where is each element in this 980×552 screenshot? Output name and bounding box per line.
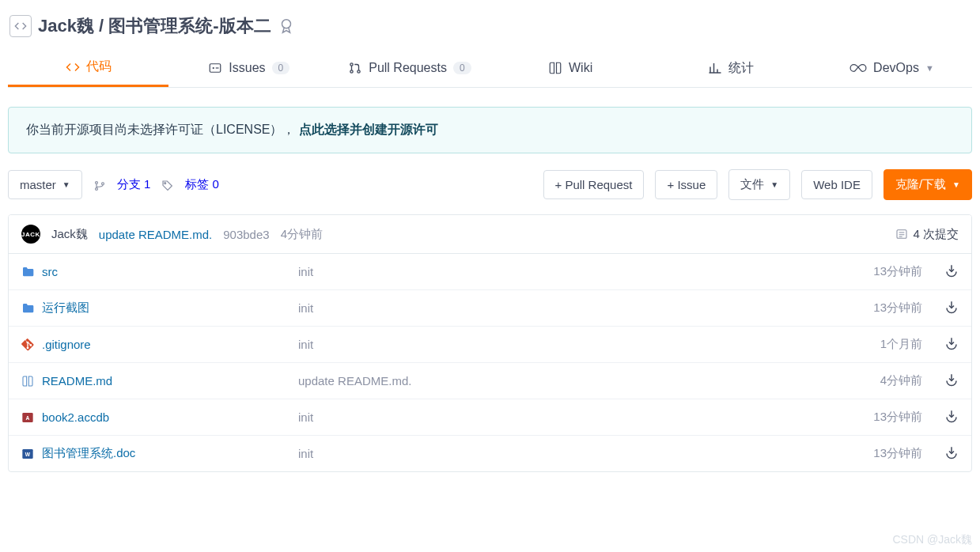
tag-icon — [161, 177, 174, 191]
new-issue-button[interactable]: + Issue — [655, 170, 717, 199]
table-row: 运行截图init13分钟前 — [9, 290, 971, 327]
download-icon[interactable] — [936, 300, 959, 316]
commit-sha[interactable]: 903bde3 — [223, 228, 269, 241]
table-row: README.mdupdate README.md.4分钟前 — [9, 363, 971, 399]
file-name[interactable]: 图书管理系统.doc — [42, 446, 135, 461]
medal-icon[interactable] — [278, 17, 295, 35]
issues-count-badge: 0 — [272, 62, 290, 74]
svg-point-6 — [358, 70, 360, 73]
readme-icon — [21, 375, 34, 388]
files-menu-label: 文件 — [740, 177, 764, 192]
table-row: srcinit13分钟前 — [9, 254, 971, 290]
table-row: Abook2.accdbinit13分钟前 — [9, 399, 971, 436]
clone-download-button[interactable]: 克隆/下载 ▼ — [884, 169, 972, 200]
svg-text:A: A — [26, 414, 30, 420]
svg-text:W: W — [25, 451, 31, 456]
file-name-cell[interactable]: Abook2.accdb — [21, 410, 298, 424]
file-commit-msg[interactable]: init — [298, 301, 826, 315]
tab-code-label: 代码 — [86, 59, 112, 75]
file-name-cell[interactable]: W图书管理系统.doc — [21, 446, 298, 461]
repo-type-icon — [9, 15, 32, 37]
download-icon[interactable] — [936, 445, 959, 462]
commit-message-link[interactable]: update README.md. — [99, 228, 212, 241]
tab-stats-label: 统计 — [728, 60, 754, 77]
file-name[interactable]: src — [42, 265, 58, 278]
branch-selector[interactable]: master ▼ — [8, 170, 82, 199]
repo-name[interactable]: 图书管理系统-版本二 — [108, 16, 271, 36]
file-name-cell[interactable]: 运行截图 — [21, 301, 298, 316]
pr-count-badge: 0 — [453, 62, 471, 74]
file-commit-msg[interactable]: init — [298, 338, 826, 351]
avatar[interactable]: JACK — [21, 225, 40, 244]
branch-meta: 分支 1 标签 0 — [93, 177, 219, 192]
tab-issues[interactable]: Issues 0 — [168, 49, 329, 87]
clone-label: 克隆/下载 — [895, 177, 946, 192]
svg-point-2 — [213, 67, 214, 69]
repo-title[interactable]: Jack魏 / 图书管理系统-版本二 — [38, 14, 271, 38]
file-commit-msg[interactable]: update README.md. — [298, 374, 826, 388]
file-name[interactable]: README.md — [42, 374, 112, 388]
file-time: 1个月前 — [826, 337, 936, 352]
new-pr-button[interactable]: + Pull Request — [543, 170, 645, 199]
notice-prefix: 你当前开源项目尚未选择许可证（LICENSE）， — [26, 123, 295, 136]
file-time: 13分钟前 — [826, 410, 936, 425]
file-name[interactable]: book2.accdb — [42, 410, 109, 424]
caret-down-icon: ▼ — [62, 180, 70, 189]
commits-count-link[interactable]: 4 次提交 — [895, 227, 959, 242]
create-license-link[interactable]: 点此选择并创建开源许可 — [299, 123, 438, 136]
tab-stats[interactable]: 统计 — [651, 49, 812, 87]
caret-down-icon: ▼ — [770, 180, 778, 189]
web-ide-button[interactable]: Web IDE — [801, 170, 872, 199]
branch-icon — [93, 177, 106, 191]
repo-header: Jack魏 / 图书管理系统-版本二 — [8, 8, 972, 49]
tags-link[interactable]: 标签 0 — [185, 177, 219, 192]
repo-separator: / — [99, 16, 104, 36]
tab-wiki-label: Wiki — [569, 61, 592, 75]
commit-author[interactable]: Jack魏 — [51, 227, 88, 242]
tab-pull-requests[interactable]: Pull Requests 0 — [329, 49, 490, 87]
file-time: 13分钟前 — [826, 446, 936, 461]
folder-icon — [21, 302, 34, 315]
svg-point-13 — [101, 182, 104, 184]
file-name[interactable]: 运行截图 — [42, 301, 89, 316]
file-name-cell[interactable]: .gitignore — [21, 338, 298, 351]
download-icon[interactable] — [936, 263, 959, 280]
download-icon[interactable] — [936, 372, 959, 389]
caret-down-icon: ▼ — [952, 180, 960, 189]
table-row: W图书管理系统.docinit13分钟前 — [9, 436, 971, 471]
latest-commit-bar: JACK Jack魏 update README.md. 903bde3 4分钟… — [9, 215, 971, 254]
word-icon: W — [21, 448, 34, 460]
file-name[interactable]: .gitignore — [42, 338, 91, 351]
repo-tabs: 代码 Issues 0 Pull Requests 0 Wiki 统计 DevO… — [8, 49, 972, 88]
tab-pr-label: Pull Requests — [369, 61, 447, 75]
branch-selector-label: master — [20, 178, 56, 191]
chevron-down-icon: ▼ — [925, 63, 934, 73]
files-menu-button[interactable]: 文件 ▼ — [728, 169, 790, 200]
tab-devops[interactable]: DevOps ▼ — [812, 49, 972, 87]
license-notice: 你当前开源项目尚未选择许可证（LICENSE）， 点此选择并创建开源许可 — [8, 107, 972, 153]
svg-point-12 — [95, 187, 97, 190]
file-commit-msg[interactable]: init — [298, 447, 826, 460]
file-list-box: JACK Jack魏 update README.md. 903bde3 4分钟… — [8, 214, 972, 472]
file-commit-msg[interactable]: init — [298, 410, 826, 424]
file-time: 13分钟前 — [826, 264, 936, 279]
toolbar: master ▼ 分支 1 标签 0 + Pull Request + Issu… — [8, 169, 972, 200]
download-icon[interactable] — [936, 336, 959, 353]
commits-count-label: 4 次提交 — [913, 227, 959, 242]
tab-issues-label: Issues — [229, 61, 265, 75]
git-icon — [21, 338, 34, 351]
tab-wiki[interactable]: Wiki — [490, 49, 651, 87]
file-name-cell[interactable]: README.md — [21, 374, 298, 388]
file-name-cell[interactable]: src — [21, 265, 298, 278]
tab-devops-label: DevOps — [873, 61, 919, 75]
svg-point-4 — [350, 63, 353, 66]
repo-owner[interactable]: Jack魏 — [38, 16, 94, 36]
tab-code[interactable]: 代码 — [8, 49, 168, 87]
file-commit-msg[interactable]: init — [298, 265, 826, 278]
access-icon: A — [21, 411, 34, 424]
file-time: 4分钟前 — [826, 373, 936, 388]
branches-link[interactable]: 分支 1 — [117, 177, 151, 192]
download-icon[interactable] — [936, 409, 959, 425]
svg-rect-1 — [210, 64, 221, 73]
svg-point-0 — [282, 20, 290, 28]
